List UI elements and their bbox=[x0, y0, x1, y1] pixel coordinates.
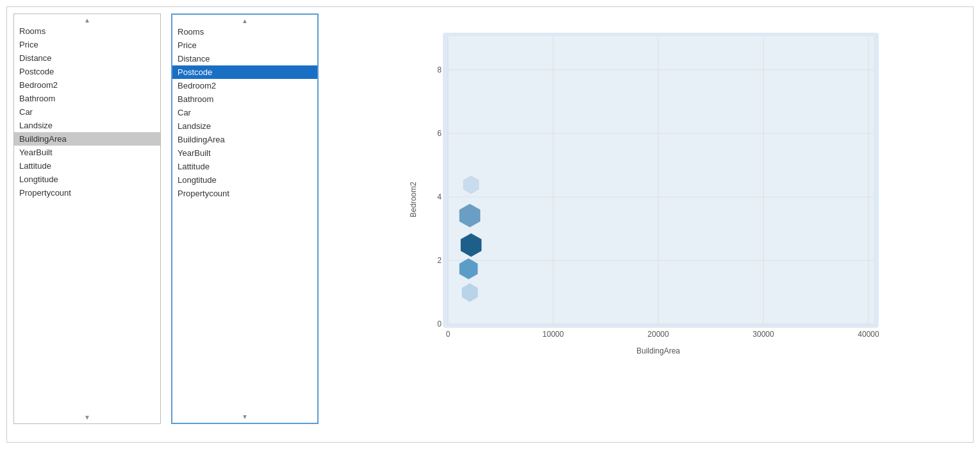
svg-text:8: 8 bbox=[437, 65, 442, 74]
right-list-item[interactable]: Postcode bbox=[172, 65, 317, 79]
left-list-item[interactable]: Rooms bbox=[14, 24, 160, 38]
scroll-down-arrow-left[interactable]: ▼ bbox=[14, 414, 160, 421]
left-list-item[interactable]: Landsize bbox=[14, 119, 160, 132]
hexbin-chart: 0 2 4 6 8 Bedroom2 0 10000 20000 30000 4… bbox=[404, 20, 892, 379]
right-list-item[interactable]: Price bbox=[172, 38, 317, 52]
svg-text:4: 4 bbox=[437, 192, 442, 201]
right-list-item[interactable]: Rooms bbox=[172, 25, 317, 38]
right-list-box[interactable]: ▲ RoomsPriceDistancePostcodeBedroom2Bath… bbox=[171, 13, 319, 424]
right-list-item[interactable]: YearBuilt bbox=[172, 146, 317, 160]
right-list-item[interactable]: Landsize bbox=[172, 119, 317, 133]
left-list-item[interactable]: Propertycount bbox=[14, 186, 160, 200]
right-list-item[interactable]: Bedroom2 bbox=[172, 79, 317, 92]
main-container: ▲ RoomsPriceDistancePostcodeBedroom2Bath… bbox=[6, 6, 974, 443]
chart-area: 0 2 4 6 8 Bedroom2 0 10000 20000 30000 4… bbox=[329, 13, 967, 379]
right-list-item[interactable]: Car bbox=[172, 106, 317, 119]
left-list-item[interactable]: Bathroom bbox=[14, 92, 160, 105]
left-list-item[interactable]: Price bbox=[14, 38, 160, 51]
right-list-item[interactable]: Distance bbox=[172, 52, 317, 65]
svg-text:6: 6 bbox=[437, 129, 442, 138]
svg-text:0: 0 bbox=[437, 319, 442, 328]
right-list-item[interactable]: Lattitude bbox=[172, 160, 317, 173]
left-list-item[interactable]: Longtitude bbox=[14, 173, 160, 186]
left-list-item[interactable]: Lattitude bbox=[14, 159, 160, 173]
x-axis-label: BuildingArea bbox=[636, 346, 679, 355]
svg-text:30000: 30000 bbox=[752, 330, 774, 339]
svg-text:20000: 20000 bbox=[647, 330, 669, 339]
y-axis-label: Bedroom2 bbox=[409, 182, 418, 217]
left-list-item[interactable]: YearBuilt bbox=[14, 146, 160, 159]
left-list-item[interactable]: Car bbox=[14, 105, 160, 119]
svg-rect-3 bbox=[448, 37, 874, 324]
scroll-down-arrow-right[interactable]: ▼ bbox=[172, 413, 317, 420]
right-list-item[interactable]: Bathroom bbox=[172, 92, 317, 106]
svg-text:40000: 40000 bbox=[858, 330, 879, 339]
left-list-box[interactable]: ▲ RoomsPriceDistancePostcodeBedroom2Bath… bbox=[13, 13, 161, 424]
svg-text:2: 2 bbox=[437, 256, 442, 265]
svg-text:10000: 10000 bbox=[542, 330, 564, 339]
right-list-item[interactable]: BuildingArea bbox=[172, 133, 317, 146]
scroll-up-arrow-right[interactable]: ▲ bbox=[172, 17, 317, 24]
scroll-up-arrow-left[interactable]: ▲ bbox=[14, 17, 160, 24]
left-list-item[interactable]: Postcode bbox=[14, 65, 160, 78]
svg-text:0: 0 bbox=[445, 330, 450, 339]
right-list-item[interactable]: Propertycount bbox=[172, 187, 317, 200]
right-list-item[interactable]: Longtitude bbox=[172, 173, 317, 187]
left-list-item[interactable]: Distance bbox=[14, 51, 160, 65]
left-list-item[interactable]: BuildingArea bbox=[14, 132, 160, 146]
left-list-item[interactable]: Bedroom2 bbox=[14, 78, 160, 92]
